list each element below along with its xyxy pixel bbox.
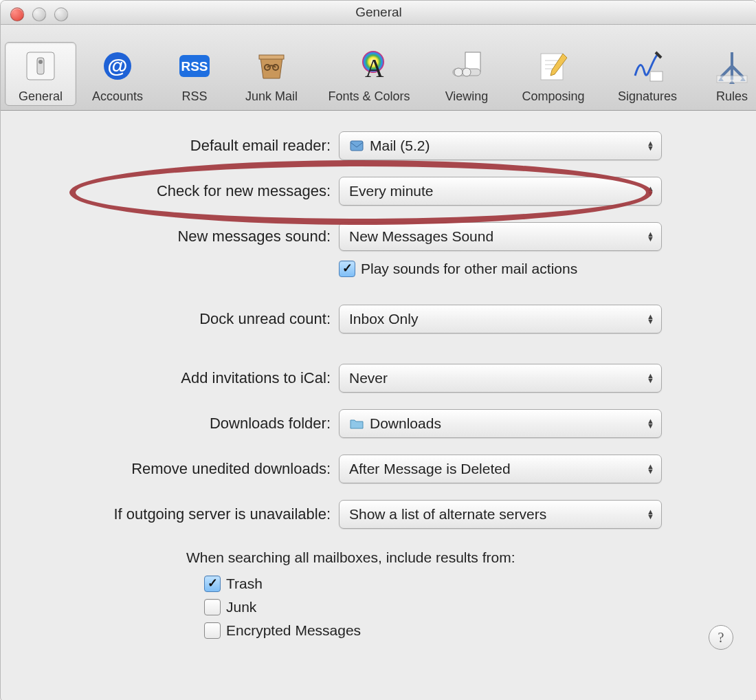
toolbar-tab-accounts[interactable]: @ Accounts xyxy=(82,42,153,106)
toolbar-tab-label: Rules xyxy=(716,89,748,104)
svg-point-14 xyxy=(454,68,463,76)
toolbar-tab-rss[interactable]: RSS RSS xyxy=(159,42,230,106)
svg-text:RSS: RSS xyxy=(181,59,208,74)
toolbar-tab-label: Composing xyxy=(522,89,584,104)
at-icon: @ xyxy=(97,45,138,87)
downloads-folder-popup[interactable]: Downloads ▲▼ xyxy=(339,409,662,438)
toolbar-tab-composing[interactable]: Composing xyxy=(508,42,599,106)
search-include-junk-checkbox[interactable] xyxy=(204,599,221,615)
svg-text:A: A xyxy=(365,54,384,83)
search-include-title: When searching all mailboxes, include re… xyxy=(42,549,715,566)
default-email-reader-popup[interactable]: Mail (5.2) ▲▼ xyxy=(339,131,662,160)
remove-downloads-value: After Message is Deleted xyxy=(349,461,511,477)
chevron-updown-icon: ▲▼ xyxy=(647,314,654,324)
chevron-updown-icon: ▲▼ xyxy=(647,373,654,383)
toolbar-tab-label: Accounts xyxy=(92,89,143,104)
play-sounds-label: Play sounds for other mail actions xyxy=(361,261,577,277)
window-controls xyxy=(10,8,68,21)
viewing-icon xyxy=(446,45,487,87)
remove-downloads-label: Remove unedited downloads: xyxy=(42,460,339,478)
toolbar-tab-rules[interactable]: Rules xyxy=(696,42,756,106)
downloads-folder-value: Downloads xyxy=(370,415,441,432)
toolbar-tab-fonts-colors[interactable]: A Fonts & Colors xyxy=(313,42,425,106)
search-include-trash-label: Trash xyxy=(226,576,263,592)
toolbar-tab-label: Viewing xyxy=(445,89,489,104)
chevron-updown-icon: ▲▼ xyxy=(647,419,654,428)
search-include-trash-row[interactable]: Trash xyxy=(204,576,715,592)
search-include-junk-label: Junk xyxy=(226,599,256,615)
folder-icon xyxy=(349,416,364,431)
preferences-toolbar: General @ Accounts RSS RSS Junk Mail xyxy=(1,25,756,111)
window-title: General xyxy=(1,5,756,20)
svg-rect-7 xyxy=(259,55,284,59)
add-invitations-value: Never xyxy=(349,370,388,386)
junk-icon xyxy=(251,45,292,87)
check-messages-label: Check for new messages: xyxy=(42,182,339,200)
play-sounds-checkbox-row[interactable]: Play sounds for other mail actions xyxy=(339,261,662,277)
close-window-button[interactable] xyxy=(10,8,24,21)
svg-point-2 xyxy=(38,60,43,64)
new-messages-sound-label: New messages sound: xyxy=(42,228,339,245)
toolbar-tab-viewing[interactable]: Viewing xyxy=(431,42,502,106)
check-messages-value: Every minute xyxy=(349,183,434,199)
outgoing-unavailable-popup[interactable]: Show a list of alternate servers ▲▼ xyxy=(339,500,662,529)
add-invitations-popup[interactable]: Never ▲▼ xyxy=(339,364,662,393)
rss-icon: RSS xyxy=(174,45,215,87)
check-messages-popup[interactable]: Every minute ▲▼ xyxy=(339,177,662,206)
titlebar: General xyxy=(1,1,756,25)
toolbar-tab-general[interactable]: General xyxy=(5,42,76,106)
composing-icon xyxy=(533,45,574,87)
svg-point-15 xyxy=(463,68,471,76)
play-sounds-checkbox[interactable] xyxy=(339,261,355,277)
toolbar-tab-label: Junk Mail xyxy=(245,89,298,104)
add-invitations-label: Add invitations to iCal: xyxy=(42,369,339,387)
mail-app-icon xyxy=(349,138,364,153)
svg-rect-20 xyxy=(650,72,663,81)
help-button[interactable]: ? xyxy=(709,625,733,650)
toolbar-tab-label: Signatures xyxy=(618,89,677,104)
search-include-encrypted-checkbox[interactable] xyxy=(204,622,221,639)
chevron-updown-icon: ▲▼ xyxy=(647,232,654,241)
outgoing-unavailable-value: Show a list of alternate servers xyxy=(349,506,546,523)
zoom-window-button[interactable] xyxy=(54,8,68,21)
search-include-encrypted-row[interactable]: Encrypted Messages xyxy=(204,622,715,639)
dock-unread-value: Inbox Only xyxy=(349,311,418,327)
new-messages-sound-popup[interactable]: New Messages Sound ▲▼ xyxy=(339,222,662,251)
rules-icon xyxy=(711,45,753,87)
default-email-reader-value: Mail (5.2) xyxy=(370,138,430,154)
new-messages-sound-value: New Messages Sound xyxy=(349,228,493,245)
general-preferences-form: Default email reader: Mail (5.2) ▲▼ Chec… xyxy=(1,111,756,666)
minimize-window-button[interactable] xyxy=(32,8,46,21)
search-include-junk-row[interactable]: Junk xyxy=(204,599,715,615)
toolbar-tab-label: Fonts & Colors xyxy=(328,89,410,104)
svg-rect-21 xyxy=(717,76,747,83)
svg-rect-22 xyxy=(351,141,363,151)
chevron-updown-icon: ▲▼ xyxy=(647,464,654,474)
svg-text:@: @ xyxy=(107,54,127,77)
chevron-updown-icon: ▲▼ xyxy=(647,510,654,519)
toolbar-tab-junk-mail[interactable]: Junk Mail xyxy=(236,42,307,106)
dock-unread-label: Dock unread count: xyxy=(42,310,339,328)
downloads-folder-label: Downloads folder: xyxy=(42,415,339,433)
search-include-trash-checkbox[interactable] xyxy=(204,576,221,592)
signatures-icon xyxy=(627,45,668,87)
search-include-encrypted-label: Encrypted Messages xyxy=(226,622,361,639)
chevron-updown-icon: ▲▼ xyxy=(647,186,654,196)
fonts-icon: A xyxy=(348,45,390,87)
chevron-updown-icon: ▲▼ xyxy=(647,141,654,151)
dock-unread-popup[interactable]: Inbox Only ▲▼ xyxy=(339,305,662,333)
default-email-reader-label: Default email reader: xyxy=(42,137,339,155)
toolbar-tab-label: RSS xyxy=(181,89,207,104)
toolbar-tab-label: General xyxy=(19,89,63,104)
switch-icon xyxy=(20,45,61,87)
remove-downloads-popup[interactable]: After Message is Deleted ▲▼ xyxy=(339,455,662,483)
outgoing-unavailable-label: If outgoing server is unavailable: xyxy=(42,505,339,523)
preferences-window: General General @ Accounts RSS RSS Ju xyxy=(0,0,756,700)
toolbar-tab-signatures[interactable]: Signatures xyxy=(604,42,691,106)
